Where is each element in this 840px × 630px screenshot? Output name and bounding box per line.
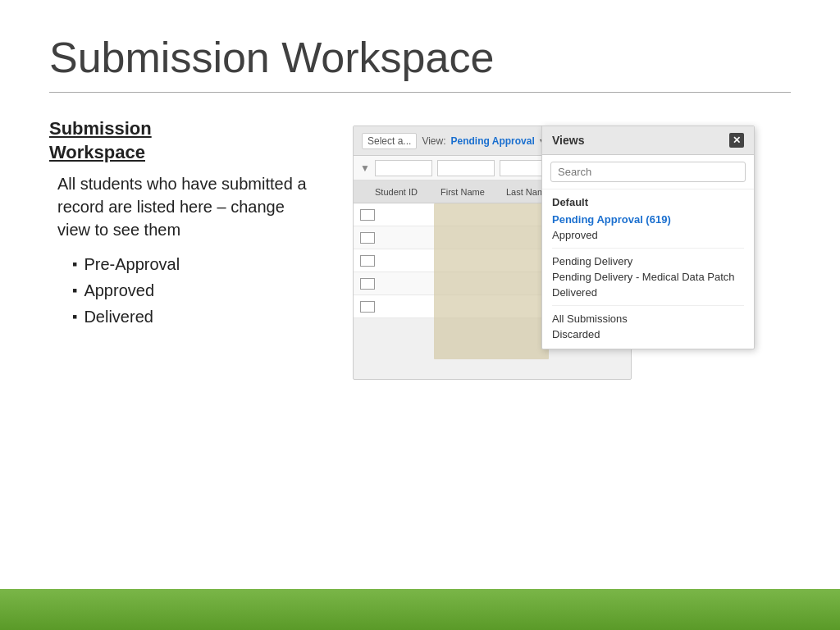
- bullet-approved: Approved: [72, 277, 320, 304]
- filter-input-1[interactable]: [375, 160, 432, 176]
- row-checkbox[interactable]: [360, 232, 375, 244]
- views-item-approved[interactable]: Approved: [552, 227, 744, 243]
- col-first-name-header: First Name: [441, 187, 506, 197]
- views-item-pending-delivery[interactable]: Pending Delivery: [552, 253, 744, 269]
- views-item-all-submissions[interactable]: All Submissions: [552, 311, 744, 326]
- views-section-default-title: Default: [552, 196, 744, 208]
- bullet-list: Pre-Approval Approved Delivered: [72, 251, 320, 330]
- slide-title: Submission Workspace: [49, 33, 791, 82]
- submission-workspace-link[interactable]: Submission Workspace: [49, 117, 320, 164]
- views-item-delivered[interactable]: Delivered: [552, 285, 744, 300]
- description-text: All students who have submitted a record…: [57, 172, 320, 241]
- views-item-discarded[interactable]: Discarded: [552, 326, 744, 342]
- views-close-button[interactable]: ✕: [729, 133, 744, 148]
- tan-overlay: [434, 203, 549, 359]
- row-checkbox[interactable]: [360, 255, 375, 267]
- row-checkbox[interactable]: [360, 209, 375, 221]
- left-panel: Submission Workspace All students who ha…: [49, 117, 320, 589]
- views-title: Views: [552, 134, 584, 147]
- views-item-pending-approval[interactable]: Pending Approval (619): [552, 212, 744, 227]
- views-search: [542, 155, 754, 189]
- views-section-default: Default Pending Approval (619) Approved …: [542, 189, 754, 349]
- toolbar-view-label: View:: [422, 135, 445, 147]
- filter-input-2[interactable]: [437, 160, 495, 176]
- views-search-input[interactable]: [550, 162, 746, 182]
- col-student-id-header: Student ID: [375, 187, 441, 197]
- filter-icon: ▼: [360, 162, 370, 174]
- slide-container: Submission Workspace Submission Workspac…: [0, 0, 840, 589]
- bullet-delivered: Delivered: [72, 304, 320, 330]
- slide-content: Submission Workspace All students who ha…: [49, 117, 791, 589]
- ui-mockup: Select a... View: Pending Approval ▾ ▼ S…: [353, 126, 837, 396]
- bullet-pre-approval: Pre-Approval: [72, 251, 320, 277]
- toolbar-select[interactable]: Select a...: [362, 133, 417, 149]
- toolbar-view-value: Pending Approval: [451, 135, 535, 147]
- views-divider-1: [552, 248, 744, 249]
- row-checkbox[interactable]: [360, 278, 375, 290]
- bottom-bar: [0, 589, 840, 630]
- views-header: Views ✕: [542, 126, 754, 155]
- views-item-pending-delivery-medical[interactable]: Pending Delivery - Medical Data Patch: [552, 269, 744, 285]
- right-panel: Select a... View: Pending Approval ▾ ▼ S…: [353, 117, 837, 589]
- views-panel: Views ✕ Default Pending Approval (619) A…: [541, 126, 755, 349]
- row-checkbox[interactable]: [360, 301, 375, 313]
- views-divider-2: [552, 305, 744, 306]
- title-divider: [49, 92, 791, 93]
